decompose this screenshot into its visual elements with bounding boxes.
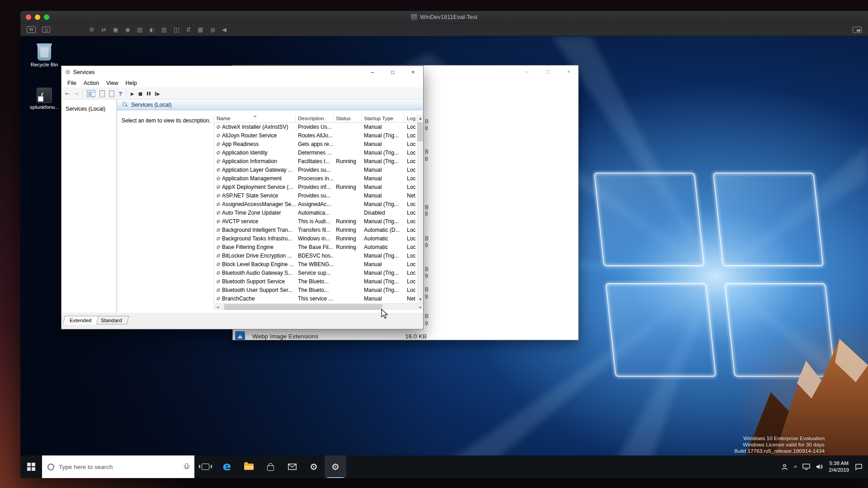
menu-help[interactable]: Help (122, 79, 140, 87)
maximize-button[interactable]: □ (382, 66, 403, 78)
service-row[interactable]: Block Level Backup Engine ... The WBENG.… (214, 260, 417, 269)
wrench-icon[interactable]: ⚙ (89, 26, 94, 33)
disc-icon[interactable]: ◍ (210, 26, 215, 33)
settings-button[interactable]: ⚙ (303, 455, 325, 478)
service-row[interactable]: Bluetooth Audio Gateway S... Service sup… (214, 269, 417, 277)
service-row[interactable]: BitLocker Drive Encryption ... BDESVC ho… (214, 252, 417, 260)
service-row[interactable]: Bluetooth User Support Ser... The Blueto… (214, 286, 417, 295)
rows-icon[interactable]: ▤ (137, 26, 142, 33)
close-button[interactable] (26, 14, 31, 20)
pause-vm-icon[interactable] (27, 26, 36, 33)
splunk-shortcut-icon (37, 88, 52, 103)
microphone-icon[interactable] (183, 463, 189, 471)
service-row[interactable]: Base Filtering Engine The Base Fil... Ru… (214, 243, 417, 252)
service-row[interactable]: Background Tasks Infrastru... Windows in… (214, 235, 417, 243)
tree-item-services-local[interactable]: Services (Local) (66, 106, 117, 112)
restart-service-icon[interactable]: ▶ (155, 91, 160, 96)
swap-arrows-icon[interactable]: ⇄ (101, 26, 106, 33)
minimize-button[interactable] (35, 14, 40, 20)
service-row[interactable]: Application Management Processes in... M… (214, 174, 417, 183)
scroll-down-icon[interactable]: ▼ (417, 296, 423, 303)
volume-icon[interactable] (816, 464, 823, 470)
service-row[interactable]: AVCTP service This is Audi... Running Ma… (214, 217, 417, 226)
scroll-right-icon[interactable]: ► (417, 304, 423, 310)
menu-view[interactable]: View (103, 79, 121, 87)
service-row[interactable]: AssignedAccessManager Se... AssignedAc..… (214, 200, 417, 209)
window-grid-icon[interactable]: ▣ (113, 26, 118, 33)
action-center-icon[interactable] (855, 464, 863, 470)
split-window-icon[interactable]: ◫ (174, 26, 179, 33)
service-row[interactable]: ASP.NET State Service Provides su... Man… (214, 192, 417, 200)
forward-icon[interactable]: → (74, 90, 78, 97)
taskbar-search[interactable] (42, 455, 194, 478)
store-button[interactable] (259, 455, 281, 478)
service-row[interactable]: ActiveX Installer (AxInstSV) Provides Us… (214, 123, 417, 131)
search-input[interactable] (59, 464, 179, 470)
service-row[interactable]: AllJoyn Router Service Routes AllJo... M… (214, 131, 417, 140)
stop-service-icon[interactable]: ■ (138, 91, 142, 96)
services-taskbar-button[interactable]: ⚙ (325, 455, 346, 478)
service-row[interactable]: Background Intelligent Tran... Transfers… (214, 226, 417, 235)
fullscreen-icon[interactable] (853, 27, 862, 33)
service-row[interactable]: Application Layer Gateway ... Provides s… (214, 166, 417, 174)
file-explorer-button[interactable] (238, 455, 259, 478)
scroll-left-icon[interactable]: ◄ (214, 304, 221, 310)
close-button[interactable]: × (403, 66, 423, 78)
tab-extended[interactable]: Extended (63, 316, 99, 324)
start-button[interactable] (20, 455, 42, 478)
people-icon[interactable] (781, 464, 788, 470)
columns-icon[interactable]: ▥ (161, 26, 167, 33)
console-tree-icon[interactable] (87, 90, 95, 97)
column-status[interactable]: Status (334, 115, 362, 122)
minimize-icon[interactable]: – (523, 68, 531, 75)
properties-icon[interactable] (99, 90, 105, 97)
maximize-icon[interactable]: □ (544, 68, 552, 75)
menu-action[interactable]: Action (80, 79, 102, 87)
service-row[interactable]: Auto Time Zone Updater Automatica... Dis… (214, 209, 417, 217)
grid-icon[interactable]: ▦ (198, 26, 203, 33)
zoom-button[interactable] (44, 14, 49, 20)
column-description[interactable]: Description (296, 115, 334, 122)
list-item[interactable]: Webp Image Extensions 16.0 KB (233, 330, 578, 340)
tab-standard[interactable]: Standard (94, 316, 128, 324)
vertical-scrollbar[interactable]: ▲ ▼ (417, 115, 423, 303)
minimize-button[interactable]: – (362, 66, 382, 78)
contrast-icon[interactable]: ◐ (150, 26, 155, 33)
service-row[interactable]: Application Information Facilitates t...… (214, 157, 417, 166)
service-row[interactable]: BranchCache This service ... Manual Net (214, 295, 417, 303)
back-icon[interactable]: ← (65, 90, 70, 97)
column-startup-type[interactable]: Startup Type (362, 115, 405, 122)
pause-service-icon[interactable] (146, 91, 151, 96)
recycle-bin-icon (38, 43, 51, 61)
close-icon[interactable]: × (565, 68, 573, 75)
services-body: Services (Local) Services (Local) Select… (62, 99, 423, 313)
service-row[interactable]: AppX Deployment Service (... Provides in… (214, 183, 417, 192)
target-icon[interactable]: ◉ (125, 26, 130, 33)
task-view-button[interactable] (194, 455, 216, 478)
services-window[interactable]: ⚙ Services – □ × File Action View Help ←… (61, 66, 424, 329)
horizontal-scroll-thumb[interactable] (224, 304, 382, 310)
edge-button[interactable]: e (216, 455, 238, 478)
desktop-icon-splunkforwarder[interactable]: splunkforw... (27, 82, 62, 110)
column-log-on-as[interactable]: Log (405, 115, 417, 122)
updown-arrows-icon[interactable]: ⇵ (186, 26, 191, 33)
services-titlebar[interactable]: ⚙ Services – □ × (61, 66, 423, 78)
export-list-icon[interactable] (109, 90, 114, 97)
mail-button[interactable] (281, 455, 303, 478)
taskbar-clock[interactable]: 5:38 AM 2/4/2019 (829, 460, 849, 474)
desktop-icon-recycle-bin[interactable]: Recycle Bin (27, 40, 62, 67)
service-row[interactable]: App Readiness Gets apps re... Manual Loc (214, 140, 417, 149)
service-row[interactable]: Application Identity Determines ... Manu… (214, 149, 417, 157)
help-icon[interactable]: ? (118, 90, 122, 97)
scroll-up-icon[interactable]: ▲ (417, 115, 423, 122)
vertical-scroll-thumb[interactable] (417, 122, 423, 141)
collapse-chevron-icon[interactable]: ◀ (222, 26, 226, 33)
column-name[interactable]: Name (214, 115, 296, 122)
service-row[interactable]: Bluetooth Support Service The Blueto... … (214, 277, 417, 286)
chevron-up-icon[interactable]: ^ (794, 464, 797, 471)
start-service-icon[interactable]: ▶ (131, 91, 134, 96)
network-icon[interactable] (802, 464, 810, 470)
horizontal-scrollbar[interactable]: ◄ ► (214, 303, 423, 310)
menu-file[interactable]: File (64, 79, 80, 87)
snapshot-icon[interactable] (42, 27, 50, 33)
